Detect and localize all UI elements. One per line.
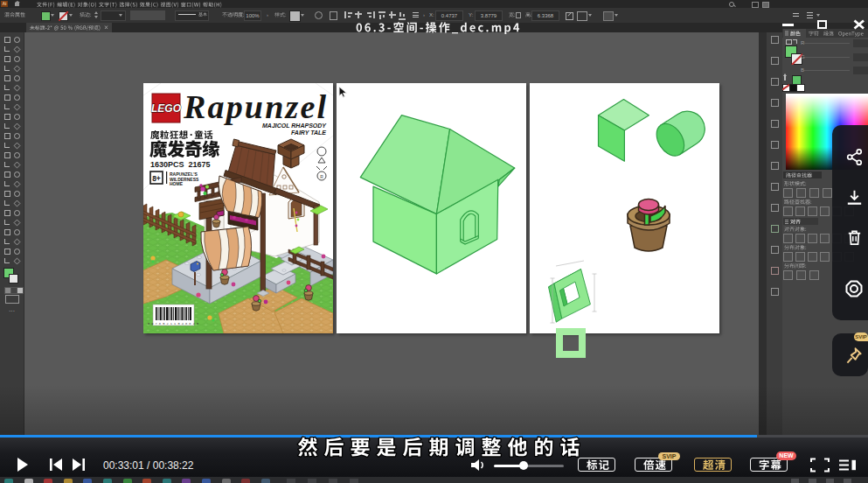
svg-text:8+: 8+ (152, 174, 161, 183)
svg-text:LEGO: LEGO (151, 102, 182, 115)
svg-text:R: R (320, 174, 323, 179)
svg-text:6 9 7 8 5 2 1 1 0 4 8 8 2 5: 6 9 7 8 5 2 1 1 0 4 8 8 2 5 (148, 322, 198, 326)
svg-text:1630PCS 21675: 1630PCS 21675 (150, 160, 211, 169)
svg-text:HOME: HOME (170, 181, 184, 186)
svg-text:MAJICOL RHAPSODY: MAJICOL RHAPSODY (262, 122, 327, 129)
svg-text:FAIRY TALE: FAIRY TALE (291, 130, 326, 136)
svg-text:Rapunzel: Rapunzel (183, 88, 326, 125)
